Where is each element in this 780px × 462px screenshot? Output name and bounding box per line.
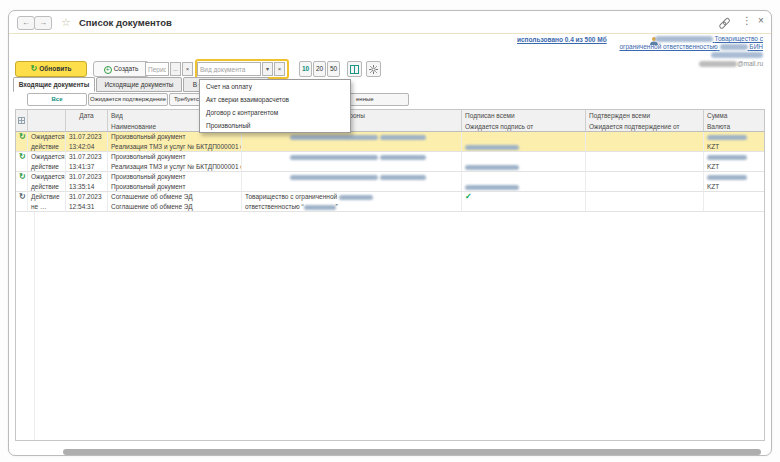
documents-table: Дата ВидНаименование Стороны Подписан вс…	[15, 109, 765, 441]
doctype-dropdown-menu: Счет на оплату Акт сверки взаиморасчетов…	[199, 79, 351, 133]
header-confirmed[interactable]: Подтвержден всемиОжидается подтверждение…	[586, 110, 704, 132]
page-size-10-button[interactable]: 10	[299, 61, 312, 77]
doctype-clear-button[interactable]: ×	[274, 62, 285, 76]
page: ← → ☆ Список документов ⋮ × использовано…	[0, 0, 780, 462]
create-button[interactable]: +Создать	[93, 61, 149, 77]
redacted-signer-id	[465, 165, 519, 170]
redacted-amount	[707, 155, 747, 160]
tab-outgoing-documents[interactable]: Исходящие документы	[96, 77, 182, 92]
table-row[interactable]: ↻ Ожидаетсядействие 31.07.202313:41:37 П…	[16, 152, 764, 172]
user-email: @mail.ru	[699, 60, 763, 67]
redacted-amount	[707, 135, 747, 140]
menu-item-invoice[interactable]: Счет на оплату	[200, 80, 350, 93]
refresh-icon: ↻	[31, 64, 38, 73]
menu-item-reconciliation-act[interactable]: Акт сверки взаиморасчетов	[200, 93, 350, 106]
columns-icon	[350, 65, 359, 74]
header-divider	[9, 33, 772, 34]
header-status	[28, 110, 66, 132]
filter-chip-all[interactable]: Все	[27, 93, 87, 106]
forward-button[interactable]: →	[34, 16, 52, 30]
refresh-button[interactable]: ↻Обновить	[15, 61, 87, 77]
org-text-1: Товарищество с	[715, 35, 764, 42]
table-row[interactable]: ↻ Ожидаетсядействие 31.07.202313:42:04 П…	[16, 132, 764, 152]
list-settings-button[interactable]	[347, 61, 362, 77]
redacted-signer-id	[465, 145, 519, 150]
redacted-email-user	[699, 61, 737, 67]
org-text-bin: БИН	[749, 43, 763, 50]
menu-item-arbitrary[interactable]: Произвольный	[200, 119, 350, 132]
doc-state-icon: ↻	[16, 152, 27, 162]
redacted-party-name	[304, 205, 336, 210]
signed-check-icon: ✓	[462, 192, 585, 202]
period-choose-button[interactable]: ...	[170, 62, 181, 76]
favorite-star-icon[interactable]: ☆	[61, 16, 71, 29]
organization-link[interactable]: Товарищество с ограниченной ответственно…	[613, 35, 763, 59]
email-domain: @mail.ru	[737, 60, 763, 67]
close-icon[interactable]: ×	[758, 15, 764, 26]
horizontal-scrollbar[interactable]	[63, 449, 761, 455]
redacted-party	[290, 175, 378, 180]
header-signed[interactable]: Подписан всемиОжидается подпись от	[462, 110, 586, 132]
table-settings-icon	[18, 117, 25, 124]
redacted-bin-number	[711, 52, 763, 58]
table-row[interactable]: ↻ Ожидаетсядействие 31.07.202313:35:14 П…	[16, 172, 764, 192]
doc-state-icon: ↻	[16, 172, 27, 182]
app-window: ← → ☆ Список документов ⋮ × использовано…	[8, 10, 772, 456]
storage-usage-link[interactable]: использовано 0.4 из 500 Мб	[517, 36, 607, 43]
redacted-party	[380, 175, 426, 180]
table-header: Дата ВидНаименование Стороны Подписан вс…	[16, 110, 764, 132]
page-title: Список документов	[79, 17, 172, 28]
redacted-party-id	[339, 195, 373, 200]
redacted-party	[380, 155, 426, 160]
page-size-50-button[interactable]: 50	[327, 61, 340, 77]
redacted-org-quote	[720, 44, 748, 50]
redacted-org-name	[655, 36, 713, 42]
table-row[interactable]: ↻ Действиене … 31.07.202312:54:31 Соглаш…	[16, 192, 764, 212]
doctype-input[interactable]	[197, 62, 261, 76]
more-menu-icon[interactable]: ⋮	[742, 15, 752, 26]
plus-icon: +	[104, 66, 112, 74]
frozen-column-divider	[34, 212, 35, 440]
period-input[interactable]	[145, 62, 169, 76]
advanced-settings-button[interactable]	[366, 61, 381, 77]
back-button[interactable]: ←	[17, 16, 35, 30]
header-amount[interactable]: СуммаВалюта	[704, 110, 764, 132]
filter-chip-awaiting-confirmation[interactable]: Ожидается подтверждение	[88, 93, 168, 106]
gear-icon	[369, 65, 378, 74]
tab-incoming-documents[interactable]: Входящие документы	[13, 77, 95, 92]
redacted-signer-id	[465, 185, 519, 190]
page-size-20-button[interactable]: 20	[313, 61, 326, 77]
redacted-party	[290, 155, 378, 160]
redacted-party	[290, 135, 378, 140]
redacted-party	[380, 135, 426, 140]
doctype-dropdown-button[interactable]: ▾	[262, 62, 273, 76]
org-text-2: ограниченной ответственностью	[619, 43, 717, 50]
doc-state-icon: ↻	[16, 192, 27, 202]
period-clear-button[interactable]: ×	[182, 62, 193, 76]
link-icon[interactable]	[718, 16, 734, 32]
redacted-amount	[707, 175, 747, 180]
header-date[interactable]: Дата	[66, 110, 108, 132]
doc-state-icon: ↻	[16, 132, 27, 142]
header-state-icon-cell[interactable]	[16, 110, 28, 132]
menu-item-contract[interactable]: Договор с контрагентом	[200, 106, 350, 119]
